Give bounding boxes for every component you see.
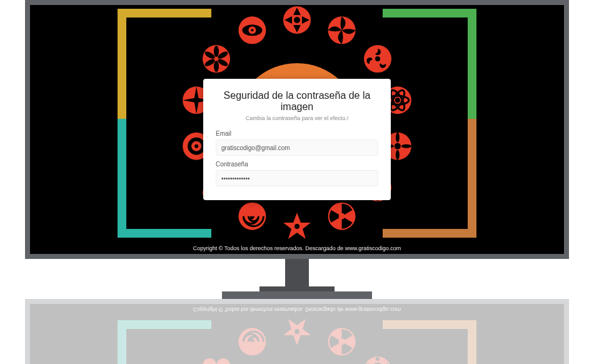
svg-point-69 (376, 357, 380, 361)
email-input[interactable] (216, 139, 378, 156)
monitor-reflection: Copyright © Todos los derechos reservado… (25, 299, 569, 364)
svg-point-14 (401, 144, 411, 148)
monitor-bezel: Seguridad de la contraseña de la imagen … (25, 0, 569, 259)
svg-point-11 (396, 133, 400, 143)
sharingan-icon (363, 44, 393, 74)
sharingan-icon (282, 316, 312, 346)
svg-point-77 (203, 358, 216, 364)
svg-point-12 (396, 150, 400, 160)
password-label: Contraseña (216, 161, 378, 168)
sharingan-icon (237, 15, 267, 45)
svg-point-74 (294, 329, 300, 334)
svg-point-26 (294, 224, 300, 229)
svg-point-4 (375, 56, 380, 61)
sharingan-icon (201, 355, 231, 364)
svg-point-78 (216, 358, 230, 364)
svg-point-15 (395, 143, 401, 149)
svg-point-35 (194, 144, 198, 148)
svg-point-25 (339, 213, 345, 220)
card-title: Seguridad de la contraseña de la imagen (216, 90, 378, 113)
sharingan-icon (237, 201, 267, 231)
footer-text: Copyright © Todos los derechos reservado… (30, 245, 564, 251)
sharingan-icon (237, 326, 267, 356)
sharingan-icon (282, 211, 312, 241)
login-card: Seguridad de la contraseña de la imagen … (203, 79, 391, 200)
svg-point-1 (294, 17, 300, 23)
card-subtitle: Cambia la contraseña para ver el efecto.… (216, 115, 378, 121)
sharingan-icon (363, 355, 393, 364)
sharingan-icon (327, 201, 357, 231)
svg-point-9 (395, 98, 400, 103)
sharingan-icon (201, 44, 231, 74)
svg-point-47 (251, 29, 253, 31)
svg-point-38 (214, 46, 219, 57)
email-label: Email (216, 130, 378, 137)
sharingan-icon (327, 15, 357, 45)
monitor-stand-base (222, 291, 372, 299)
page-background: Seguridad de la contraseña de la imagen … (30, 5, 564, 254)
svg-point-39 (214, 61, 219, 72)
monitor-screen: Seguridad de la contraseña de la imagen … (30, 5, 564, 254)
password-input[interactable] (216, 170, 378, 186)
svg-point-73 (339, 338, 345, 345)
sharingan-icon (282, 5, 312, 35)
sharingan-icon (327, 326, 357, 356)
